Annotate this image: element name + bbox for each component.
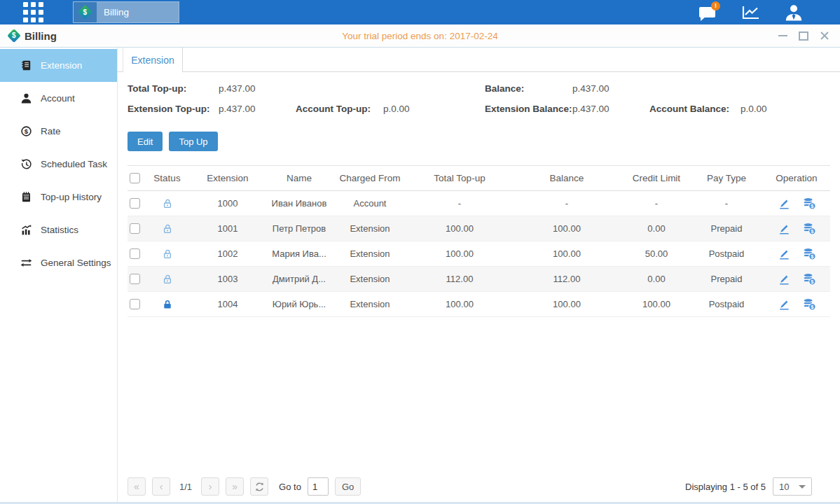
notepad-icon [20,191,32,203]
sidebar-item-account[interactable]: Account [0,82,117,115]
tab-extension[interactable]: Extension [123,48,183,72]
close-icon[interactable] [819,30,830,41]
window-controls [777,30,830,41]
top-up-button[interactable]: Top Up [169,132,217,151]
row-checkbox[interactable] [130,274,140,284]
notification-badge: ! [711,1,720,10]
column-header-status: Status [146,173,188,183]
top-up-coins-icon[interactable]: $ [803,223,816,235]
refresh-button[interactable] [250,477,268,496]
messages-icon[interactable]: ! [697,4,717,22]
summary-label: Extension Balance: [485,104,572,114]
sidebar-item-label: Scheduled Task [41,159,107,169]
billing-app-icon: $ [74,2,97,22]
row-checkbox[interactable] [130,223,140,234]
cell-total-top-up: 100.00 [408,248,511,259]
lock-open-icon [162,223,173,234]
lock-status-icon [162,299,173,310]
apps-grid-icon[interactable] [23,2,43,22]
column-header-balance: Balance [511,173,623,183]
clock-history-icon [20,158,32,170]
extensions-table: Status Extension Name Charged From Total… [128,165,830,317]
column-header-extension: Extension [188,173,267,183]
column-header-total-top-up: Total Top-up [408,173,511,183]
cell-name: Дмитрий Д... [267,274,331,284]
sidebar-item-extension[interactable]: Extension [0,49,117,82]
cell-pay-type: Prepaid [690,223,763,234]
cell-balance: 100.00 [511,248,623,259]
cell-credit-limit: 0.00 [623,223,690,234]
column-header-charged-from: Charged From [331,173,408,183]
page-indicator: 1/1 [179,482,192,492]
column-header-pay-type: Pay Type [690,173,763,183]
lock-closed-icon [162,299,173,310]
page-size-value: 10 [779,482,789,492]
cell-pay-type: Prepaid [690,274,763,284]
row-checkbox[interactable] [130,198,140,209]
cell-balance: 100.00 [511,223,623,234]
resource-monitor-chart-icon[interactable] [741,4,760,22]
cell-balance: 100.00 [511,299,623,309]
edit-icon[interactable] [778,223,790,235]
edit-icon[interactable] [778,197,790,210]
sidebar-item-scheduled-task[interactable]: Scheduled Task [0,148,117,181]
row-checkbox[interactable] [130,248,140,259]
cell-total-top-up: - [408,198,511,209]
app-title: $ Billing [9,30,57,42]
previous-page-button[interactable]: ‹ [152,477,170,496]
chevron-double-left-icon: « [134,481,139,492]
cell-extension: 1001 [188,223,267,234]
topbar-tab-billing[interactable]: $ Billing [73,1,179,23]
summary-value: p.437.00 [219,104,296,114]
cell-total-top-up: 100.00 [408,299,511,309]
edit-button[interactable]: Edit [128,132,163,151]
billing-summary: Total Top-up: p.437.00 Balance: p.437.00… [128,83,830,114]
cell-extension: 1003 [188,274,267,284]
cell-credit-limit: 100.00 [623,299,690,309]
user-account-icon[interactable] [784,4,804,22]
billing-diamond-icon: $ [7,29,21,43]
chevron-down-icon [799,485,806,489]
refresh-icon [254,482,265,492]
sidebar-item-general-settings[interactable]: General Settings [0,246,117,279]
cell-charged-from: Extension [331,223,408,234]
select-all-checkbox[interactable] [130,173,140,183]
edit-icon[interactable] [778,298,790,311]
top-up-coins-icon[interactable]: $ [803,273,816,286]
edit-icon[interactable] [778,273,790,286]
lock-open-icon [162,198,173,209]
top-up-coins-icon[interactable]: $ [803,248,816,260]
main-content: Extension Total Top-up: p.437.00 Balance… [118,48,840,504]
page-size-select[interactable]: 10 [773,477,812,496]
minimize-icon[interactable] [777,30,788,41]
go-button[interactable]: Go [335,477,361,496]
top-up-coins-icon[interactable]: $ [803,298,816,311]
go-to-label: Go to [279,482,301,492]
summary-label: Total Top-up: [128,83,219,94]
next-page-button[interactable]: › [201,477,219,496]
cell-extension: 1004 [188,299,267,309]
lock-status-icon [162,223,173,234]
topbar-actions: ! [697,0,804,24]
sidebar-item-rate[interactable]: $ Rate [0,115,117,148]
sidebar-item-topup-history[interactable]: Top-up History [0,181,117,214]
sidebar-item-label: Top-up History [41,192,102,202]
topbar-tab-label: Billing [104,7,129,18]
first-page-button[interactable]: « [128,477,146,496]
row-checkbox[interactable] [130,299,140,309]
top-up-coins-icon[interactable]: $ [803,197,816,210]
cell-extension: 1000 [188,198,267,209]
cell-name: Петр Петров [267,223,331,234]
cell-charged-from: Extension [331,248,408,259]
tabstrip: Extension [118,48,840,72]
sidebar-item-statistics[interactable]: Statistics [0,214,117,246]
last-page-button[interactable]: » [226,477,244,496]
topbar: $ Billing ! [0,0,840,24]
lock-open-icon [162,248,173,260]
cell-balance: - [511,198,623,209]
cell-pay-type: - [690,198,763,209]
maximize-icon[interactable] [798,30,809,41]
edit-icon[interactable] [778,248,790,260]
goto-page-input[interactable] [308,477,329,496]
cell-pay-type: Postpaid [690,248,763,259]
